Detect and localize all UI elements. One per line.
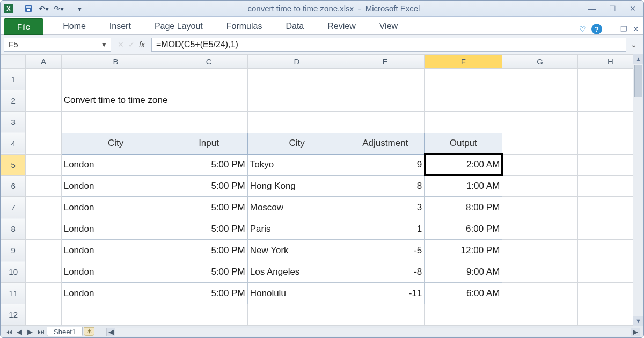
- row-header[interactable]: 6: [1, 175, 26, 197]
- redo-icon[interactable]: ↷▾: [53, 3, 64, 14]
- cell[interactable]: 1:00 AM: [425, 175, 502, 197]
- cell[interactable]: [502, 197, 578, 218]
- cell[interactable]: [61, 111, 170, 133]
- cell[interactable]: [170, 304, 247, 325]
- sheet-tab[interactable]: Sheet1: [47, 327, 83, 336]
- cell[interactable]: Honolulu: [247, 283, 346, 304]
- cell[interactable]: [502, 283, 578, 304]
- tab-page-layout[interactable]: Page Layout: [150, 18, 207, 34]
- fx-icon[interactable]: fx: [139, 40, 145, 49]
- cell[interactable]: [502, 69, 578, 90]
- cell[interactable]: Hong Kong: [247, 175, 346, 197]
- cell[interactable]: 12:00 PM: [425, 240, 502, 261]
- cell[interactable]: [26, 218, 61, 240]
- cell[interactable]: [170, 69, 247, 90]
- cell[interactable]: Paris: [247, 218, 346, 240]
- cell[interactable]: [346, 304, 425, 325]
- maximize-button[interactable]: ☐: [605, 4, 620, 13]
- cell[interactable]: [26, 240, 61, 261]
- cell[interactable]: -5: [346, 240, 425, 261]
- cell[interactable]: 8: [346, 175, 425, 197]
- save-icon[interactable]: [23, 3, 34, 14]
- column-header[interactable]: C: [170, 55, 247, 69]
- cell[interactable]: [170, 90, 247, 111]
- close-button[interactable]: ✕: [625, 4, 640, 13]
- cell[interactable]: London: [61, 197, 170, 218]
- cell[interactable]: [502, 175, 578, 197]
- cell[interactable]: 1: [346, 218, 425, 240]
- cancel-formula-icon[interactable]: ✕: [118, 40, 124, 49]
- scroll-up-icon[interactable]: ▲: [633, 54, 643, 64]
- cell[interactable]: London: [61, 218, 170, 240]
- undo-icon[interactable]: ↶▾: [38, 3, 49, 14]
- cell[interactable]: [247, 111, 346, 133]
- cell[interactable]: [26, 133, 61, 154]
- cell[interactable]: [425, 304, 502, 325]
- cell[interactable]: [425, 90, 502, 111]
- cell[interactable]: 5:00 PM: [170, 175, 247, 197]
- cell[interactable]: [247, 304, 346, 325]
- scroll-left-icon[interactable]: ◀: [107, 328, 115, 336]
- row-header[interactable]: 9: [1, 240, 26, 261]
- tab-insert[interactable]: Insert: [105, 18, 135, 34]
- cell[interactable]: Tokyo: [247, 154, 346, 175]
- cell[interactable]: -8: [346, 261, 425, 283]
- cell[interactable]: [346, 90, 425, 111]
- cell[interactable]: [425, 69, 502, 90]
- cell[interactable]: 3: [346, 197, 425, 218]
- name-box[interactable]: F5 ▾: [4, 38, 111, 52]
- cell[interactable]: [26, 283, 61, 304]
- cell[interactable]: City: [247, 133, 346, 154]
- enter-formula-icon[interactable]: ✓: [128, 40, 135, 49]
- scroll-track[interactable]: [633, 64, 643, 316]
- expand-formula-bar-icon[interactable]: ⌄: [631, 40, 640, 49]
- cell[interactable]: London: [61, 175, 170, 197]
- next-sheet-icon[interactable]: ▶: [25, 328, 35, 336]
- cell[interactable]: [26, 261, 61, 283]
- cell[interactable]: 6:00 AM: [425, 283, 502, 304]
- help-icon[interactable]: ?: [591, 24, 602, 34]
- row-header[interactable]: 3: [1, 111, 26, 133]
- minimize-button[interactable]: —: [584, 4, 599, 13]
- cell[interactable]: [26, 175, 61, 197]
- cell[interactable]: [26, 90, 61, 111]
- cell[interactable]: 5:00 PM: [170, 218, 247, 240]
- cell[interactable]: [26, 304, 61, 325]
- file-tab[interactable]: File: [4, 18, 43, 35]
- mdi-minimize-icon[interactable]: —: [608, 25, 615, 33]
- cell[interactable]: London: [61, 154, 170, 175]
- cell[interactable]: [502, 218, 578, 240]
- mdi-restore-icon[interactable]: ❐: [620, 25, 627, 33]
- cell[interactable]: Adjustment: [346, 133, 425, 154]
- cell[interactable]: New York: [247, 240, 346, 261]
- cell[interactable]: London: [61, 283, 170, 304]
- cell[interactable]: [346, 69, 425, 90]
- prev-sheet-icon[interactable]: ◀: [14, 328, 24, 336]
- row-header[interactable]: 7: [1, 197, 26, 218]
- scroll-down-icon[interactable]: ▼: [633, 316, 643, 326]
- cell[interactable]: 8:00 PM: [425, 197, 502, 218]
- row-header[interactable]: 2: [1, 90, 26, 111]
- row-header[interactable]: 1: [1, 69, 26, 90]
- new-sheet-button[interactable]: ✶: [84, 327, 94, 336]
- row-header[interactable]: 8: [1, 218, 26, 240]
- vertical-scrollbar[interactable]: ▲ ▼: [633, 54, 643, 326]
- cell[interactable]: -11: [346, 283, 425, 304]
- cell[interactable]: [502, 240, 578, 261]
- column-header[interactable]: G: [502, 55, 578, 69]
- last-sheet-icon[interactable]: ⏭: [36, 328, 46, 336]
- cell[interactable]: Moscow: [247, 197, 346, 218]
- cell[interactable]: [26, 197, 61, 218]
- formula-input[interactable]: =MOD(C5+(E5/24),1): [151, 38, 626, 52]
- row-header[interactable]: 10: [1, 261, 26, 283]
- cell[interactable]: Convert time to time zone: [61, 90, 170, 111]
- cell[interactable]: [502, 111, 578, 133]
- cell[interactable]: 5:00 PM: [170, 261, 247, 283]
- cell[interactable]: City: [61, 133, 170, 154]
- column-header[interactable]: B: [61, 55, 170, 69]
- horizontal-scrollbar[interactable]: ◀ ▶: [106, 328, 640, 336]
- cell[interactable]: [502, 154, 578, 175]
- scroll-right-icon[interactable]: ▶: [631, 328, 640, 336]
- column-header[interactable]: E: [346, 55, 425, 69]
- first-sheet-icon[interactable]: ⏮: [4, 328, 13, 336]
